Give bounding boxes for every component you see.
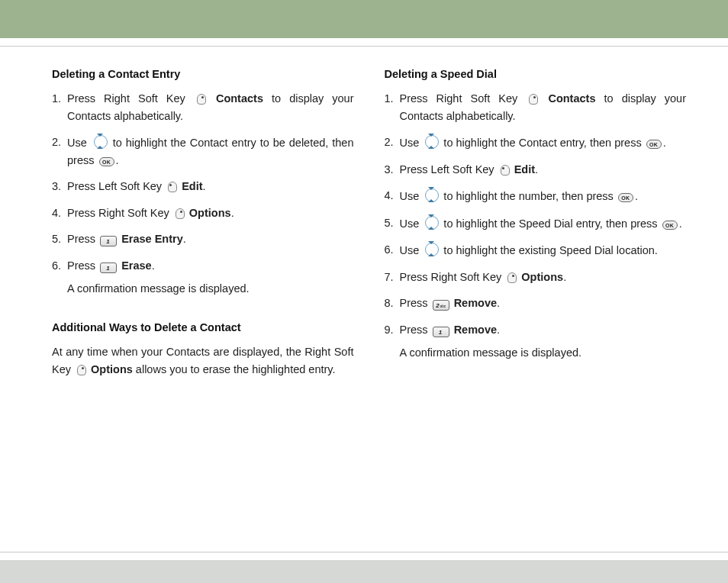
right-column: Deleting a Speed Dial Press Right Soft K…: [385, 66, 687, 387]
bold: Remove: [454, 324, 497, 336]
bold: Contacts: [216, 92, 263, 105]
nav-key-icon: [92, 134, 108, 149]
text: to highlight the existing Speed Dial loc…: [443, 244, 658, 256]
step-5: Press 1 Erase Entry.: [52, 230, 354, 247]
step-2: Use to highlight the Contact entry to be…: [52, 134, 354, 169]
bold: Edit: [182, 180, 202, 192]
text: Press Right Soft Key: [400, 92, 527, 105]
text: to highlight the number, then press: [443, 190, 617, 202]
text: .: [679, 217, 682, 230]
section-deleting-contact: Deleting a Contact Entry Press Right Sof…: [52, 66, 354, 298]
bold: Options: [91, 363, 133, 375]
nav-key-icon: [424, 214, 439, 230]
note: A confirmation message is displayed.: [52, 280, 354, 297]
right-soft-key-icon: [174, 207, 185, 219]
text: Press Right Soft Key: [400, 271, 505, 283]
paragraph: At any time when your Contacts are displ…: [52, 343, 354, 378]
ok-key-icon: OK: [662, 221, 678, 230]
step-6: Press 1 Erase.: [52, 257, 354, 274]
text: .: [497, 297, 500, 309]
bold: Remove: [454, 297, 497, 309]
step-4: Use to highlight the number, then press …: [385, 187, 687, 205]
key-1-icon: 1: [100, 263, 117, 273]
step-3: Press Left Soft Key Edit.: [52, 178, 354, 195]
bold: Edit: [514, 163, 535, 176]
bold: Erase: [121, 259, 152, 272]
text: Use: [400, 137, 423, 149]
footer-rule: [0, 552, 728, 552]
text: .: [203, 180, 206, 192]
footer-band: [0, 560, 728, 583]
text: to highlight the Contact entry, then pre…: [443, 137, 644, 149]
page-content: Deleting a Contact Entry Press Right Sof…: [52, 66, 686, 387]
left-soft-key-icon: [166, 180, 177, 192]
heading: Deleting a Contact Entry: [52, 66, 354, 82]
text: Press: [400, 324, 431, 336]
nav-key-icon: [424, 187, 439, 202]
text: Press Left Soft Key: [67, 180, 165, 192]
step-2: Use to highlight the Contact entry, then…: [385, 134, 687, 151]
text: allows you to erase the highlighted entr…: [136, 363, 336, 375]
bold: Options: [189, 207, 231, 219]
text: .: [535, 163, 538, 176]
step-6: Use to highlight the existing Speed Dial…: [385, 241, 687, 259]
key-1-icon: 1: [100, 236, 117, 246]
text: Use: [400, 217, 423, 230]
bold: Erase Entry: [121, 233, 183, 245]
left-soft-key-icon: [499, 163, 510, 176]
ok-key-icon: OK: [618, 193, 633, 202]
section-additional-ways: Additional Ways to Delete a Contact At a…: [52, 319, 354, 378]
text: Press Right Soft Key: [67, 207, 172, 219]
text: Press: [67, 259, 98, 272]
ok-key-icon: OK: [646, 140, 662, 149]
text: Press: [67, 233, 98, 245]
key-2-icon: 2abc: [433, 300, 449, 311]
right-soft-key-icon: [195, 92, 206, 105]
steps-list: Press Right Soft Key Contacts to display…: [52, 90, 354, 274]
nav-key-icon: [424, 134, 439, 149]
text: Press Left Soft Key: [400, 163, 498, 176]
right-soft-key-icon: [506, 271, 517, 283]
text: Use: [400, 190, 423, 202]
steps-list: Press Right Soft Key Contacts to display…: [385, 90, 687, 338]
text: Press: [400, 297, 431, 309]
text: .: [231, 207, 234, 219]
right-soft-key-icon: [527, 92, 538, 105]
text: .: [635, 190, 638, 202]
bold: Contacts: [548, 92, 595, 105]
header-rule: [0, 46, 728, 47]
section-deleting-speed-dial: Deleting a Speed Dial Press Right Soft K…: [385, 66, 687, 362]
step-1: Press Right Soft Key Contacts to display…: [52, 90, 354, 124]
note: A confirmation message is displayed.: [385, 344, 687, 361]
step-4: Press Right Soft Key Options.: [52, 205, 354, 221]
step-9: Press 1 Remove.: [385, 321, 687, 338]
text: to highlight the Speed Dial entry, then …: [443, 217, 660, 230]
step-5: Use to highlight the Speed Dial entry, t…: [385, 214, 687, 232]
bold: Options: [521, 271, 563, 283]
text: .: [183, 233, 186, 245]
heading: Additional Ways to Delete a Contact: [52, 319, 354, 336]
heading: Deleting a Speed Dial: [385, 66, 687, 82]
left-column: Deleting a Contact Entry Press Right Sof…: [52, 66, 354, 387]
text: .: [663, 137, 666, 149]
header-band: [0, 0, 728, 38]
text: Press Right Soft Key: [67, 92, 194, 105]
step-8: Press 2abc Remove.: [385, 295, 687, 311]
step-3: Press Left Soft Key Edit.: [385, 161, 687, 178]
ok-key-icon: OK: [99, 157, 114, 166]
text: Use: [400, 244, 423, 256]
text: .: [152, 259, 155, 272]
key-1-icon: 1: [433, 327, 449, 337]
text: .: [497, 324, 500, 336]
right-soft-key-icon: [76, 363, 86, 375]
step-1: Press Right Soft Key Contacts to display…: [385, 90, 687, 124]
text: .: [116, 154, 119, 166]
text: .: [563, 271, 566, 283]
nav-key-icon: [424, 241, 439, 256]
step-7: Press Right Soft Key Options.: [385, 269, 687, 285]
text: Use: [67, 137, 91, 149]
